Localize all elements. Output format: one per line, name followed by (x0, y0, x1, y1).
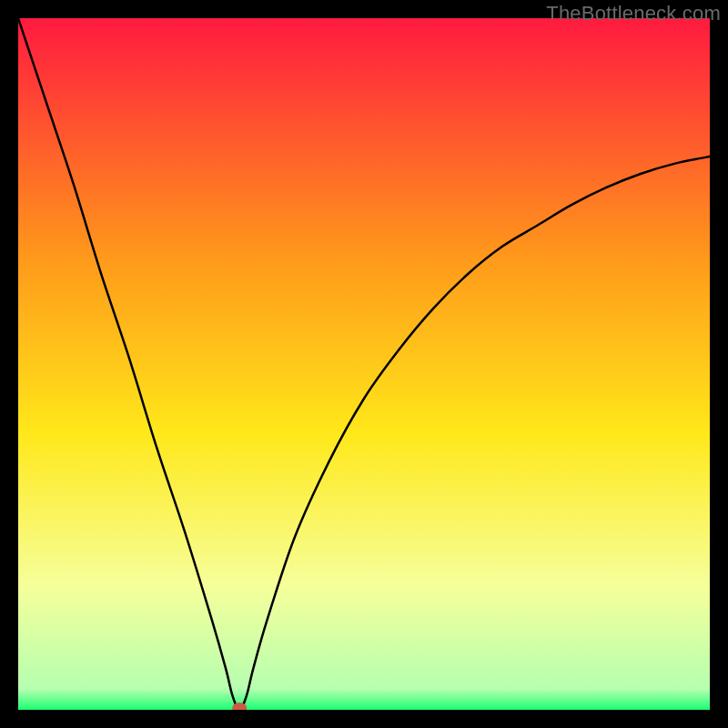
watermark-text: TheBottleneck.com (546, 2, 721, 25)
gradient-background (18, 18, 710, 710)
bottleneck-chart (18, 18, 710, 710)
chart-frame (18, 18, 710, 710)
